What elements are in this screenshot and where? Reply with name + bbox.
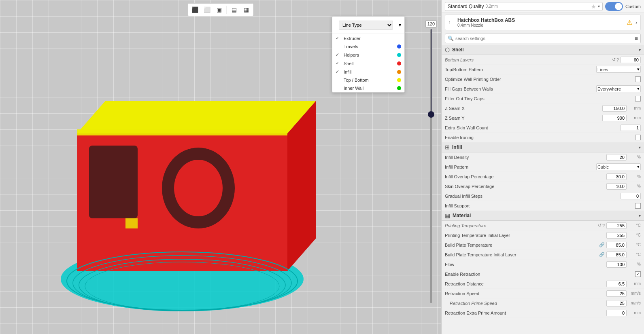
vp-layers-icon[interactable]: ▤: [229, 5, 240, 15]
quality-name: Standard Quality: [448, 4, 484, 9]
infill-density-input[interactable]: [606, 154, 627, 161]
layer-slider[interactable]: 120: [425, 20, 437, 303]
build-plate-init-input[interactable]: [606, 252, 627, 258]
optimize-wall-checkbox[interactable]: [635, 76, 641, 82]
bottom-layers-help-icon[interactable]: ?: [616, 57, 619, 62]
dropdown-item-extruder[interactable]: ✓ Extruder: [332, 34, 404, 42]
build-plate-init-link-icon[interactable]: 🔗: [599, 252, 605, 257]
slider-track[interactable]: [430, 29, 432, 303]
quality-sub: 0.2mm: [485, 4, 498, 8]
settings-menu-icon[interactable]: ≡: [635, 35, 638, 42]
shell-section-header[interactable]: ⬡ Shell ▾: [442, 45, 644, 55]
infill-section-header[interactable]: ⊞ Infill ▾: [442, 142, 644, 152]
line-type-dropdown[interactable]: Line Type ▾ ✓ Extruder Travels ✓ Helpers…: [332, 16, 405, 93]
print-temp-input[interactable]: [606, 222, 627, 229]
retraction-dist-input[interactable]: [606, 281, 627, 287]
filter-tiny-checkbox[interactable]: [635, 96, 641, 101]
z-seam-x-label: Z Seam X: [445, 106, 602, 111]
build-plate-init-unit: °C: [627, 252, 641, 257]
custom-toggle[interactable]: [605, 2, 623, 11]
material-section-header[interactable]: ▦ Material ▾: [442, 211, 644, 221]
settings-panel: ⬡ Shell ▾ Bottom Layers ↺ ? Top/Bottom P…: [442, 45, 644, 334]
topbottom-label: Top / Bottom: [344, 78, 369, 82]
retraction-prime-input[interactable]: [606, 300, 627, 307]
optimize-wall-row: Optimize Wall Printing Order: [442, 74, 644, 84]
build-plate-init-label: Build Plate Temperature Initial Layer: [445, 252, 599, 257]
svg-point-6: [174, 160, 223, 216]
slider-thumb[interactable]: [428, 111, 434, 118]
enable-ironing-checkbox[interactable]: [635, 135, 641, 140]
infill-pattern-select[interactable]: Cubic ▾: [596, 163, 641, 170]
shell-section-title: Shell: [452, 47, 636, 53]
dropdown-header: Line Type ▾: [332, 17, 404, 34]
retraction-prime-unit: mm/s: [627, 301, 641, 305]
retraction-speed-input[interactable]: [606, 290, 627, 297]
vp-camera-icon[interactable]: ▦: [241, 5, 252, 15]
flow-unit: %: [627, 262, 641, 266]
skin-overlap-input[interactable]: [606, 183, 627, 190]
retraction-extra-unit: mm: [627, 311, 641, 315]
gradual-infill-input[interactable]: [621, 193, 641, 199]
3d-viewport[interactable]: ⬛ ⬜ ▣ ▤ ▦ 120 Line Type ▾ ✓ Extruder Tra…: [0, 0, 441, 334]
retraction-prime-label: Retraction Prime Speed: [450, 301, 606, 306]
line-type-select[interactable]: Line Type: [339, 21, 393, 30]
infill-support-label: Infill Support: [445, 203, 635, 208]
quality-selector[interactable]: Standard Quality 0.2mm ★ ▾: [445, 2, 603, 11]
fill-gaps-select[interactable]: Everywhere ▾: [596, 85, 641, 92]
filter-tiny-row: Filter Out Tiny Gaps: [442, 94, 644, 104]
print-temp-init-input[interactable]: [606, 232, 627, 239]
retraction-prime-row: Retraction Prime Speed mm/s: [442, 298, 644, 308]
dropdown-item-shell[interactable]: ✓ Shell: [332, 59, 404, 68]
innerwall-color: [397, 86, 401, 90]
material-section-title: Material: [453, 213, 636, 218]
vp-wire-icon[interactable]: ⬜: [202, 5, 213, 15]
print-temp-unit: °C: [627, 223, 641, 228]
optimize-wall-label: Optimize Wall Printing Order: [445, 77, 635, 82]
dropdown-item-helpers[interactable]: ✓ Helpers: [332, 51, 404, 59]
dropdown-item-travels[interactable]: Travels: [332, 42, 404, 51]
gradual-infill-label: Gradual Infill Steps: [445, 194, 621, 199]
bottom-layers-label: Bottom Layers: [445, 57, 612, 62]
infill-density-label: Infill Density: [445, 155, 606, 160]
search-input[interactable]: [455, 36, 633, 41]
vp-xray-icon[interactable]: ▣: [214, 5, 225, 15]
z-seam-x-input[interactable]: [602, 105, 627, 112]
infill-pattern-value: Cubic: [597, 165, 609, 169]
slider-line: [431, 29, 431, 111]
material-card[interactable]: 1 Hatchbox HatchBox ABS 0.4mm Nozzle ⚠ ›: [445, 15, 641, 30]
dropdown-item-topbottom[interactable]: Top / Bottom: [332, 76, 404, 84]
extra-skin-input[interactable]: [621, 125, 641, 131]
print-temp-help-icon[interactable]: ?: [602, 223, 605, 228]
flow-input[interactable]: [606, 261, 627, 268]
material-section-icon: ▦: [445, 212, 450, 219]
build-plate-link-icon[interactable]: 🔗: [599, 242, 605, 247]
build-plate-input[interactable]: [606, 242, 627, 248]
search-bar: 🔍 ≡: [445, 34, 641, 43]
infill-section-icon: ⊞: [445, 144, 450, 150]
dropdown-item-innerwall[interactable]: Inner Wall: [332, 84, 404, 92]
star-icon[interactable]: ★: [591, 3, 596, 10]
infill-support-checkbox[interactable]: [635, 203, 641, 209]
infill-section-title: Infill: [452, 144, 636, 150]
skin-overlap-row: Skin Overlap Percentage %: [442, 182, 644, 191]
top-bottom-pattern-select[interactable]: Lines ▾: [596, 66, 641, 73]
vp-solid-icon[interactable]: ⬛: [189, 5, 201, 15]
retraction-speed-label: Retraction Speed: [445, 291, 606, 296]
top-bottom-pattern-row: Top/Bottom Pattern Lines ▾: [442, 65, 644, 74]
material-name: Hatchbox HatchBox ABS: [457, 17, 623, 23]
infill-overlap-input[interactable]: [606, 173, 627, 180]
dropdown-item-infill[interactable]: ✓ Infill: [332, 68, 404, 76]
material-info: Hatchbox HatchBox ABS 0.4mm Nozzle: [457, 17, 623, 27]
filter-tiny-label: Filter Out Tiny Gaps: [445, 96, 635, 101]
bottom-layers-input[interactable]: [621, 57, 641, 63]
extra-skin-row: Extra Skin Wall Count: [442, 123, 644, 133]
topbottom-color: [397, 78, 401, 82]
infill-overlap-unit: %: [627, 174, 641, 179]
bottom-layers-reset-icon[interactable]: ↺: [612, 57, 616, 62]
shell-color: [397, 61, 401, 66]
shell-check-icon: ✓: [336, 61, 341, 66]
print-temp-reset-icon[interactable]: ↺: [598, 223, 601, 228]
enable-retraction-checkbox[interactable]: ✓: [635, 271, 641, 277]
retraction-extra-input[interactable]: [606, 310, 627, 316]
z-seam-y-input[interactable]: [602, 115, 627, 121]
